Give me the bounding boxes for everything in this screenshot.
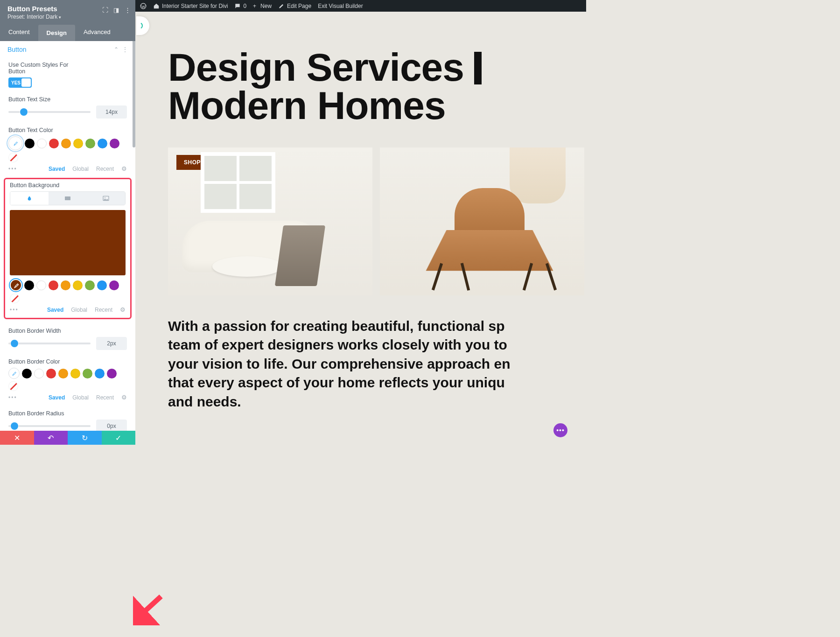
- body-paragraph: With a passion for creating beautiful, f…: [168, 317, 586, 412]
- visual-builder-toggle[interactable]: [136, 16, 149, 35]
- swatch-black[interactable]: [22, 369, 32, 378]
- border-color-palette: [8, 368, 127, 391]
- wp-logo-icon[interactable]: [140, 3, 147, 9]
- swatch-green[interactable]: [85, 280, 95, 290]
- palette-saved[interactable]: Saved: [49, 166, 65, 172]
- palette-global[interactable]: Global: [72, 394, 89, 401]
- expand-icon[interactable]: ⛶: [101, 6, 109, 14]
- dock-icon[interactable]: ◨: [112, 6, 120, 14]
- use-custom-label: Use Custom Styles For Button: [8, 62, 69, 75]
- swatch-none[interactable]: [8, 153, 18, 162]
- bg-type-tabs: [10, 191, 126, 205]
- palette-recent[interactable]: Recent: [95, 307, 112, 313]
- border-radius-label: Button Border Radius: [8, 410, 127, 417]
- tab-design[interactable]: Design: [38, 25, 75, 41]
- wp-edit-page[interactable]: Edit Page: [278, 3, 311, 9]
- swatch-white[interactable]: [36, 280, 46, 290]
- palette-recent[interactable]: Recent: [96, 394, 114, 401]
- wp-site-link[interactable]: Interior Starter Site for Divi: [153, 3, 228, 9]
- swatch-red[interactable]: [49, 139, 59, 148]
- sidebar-body: Button ⌃ ⋮ Use Custom Styles For Button …: [0, 41, 135, 445]
- swatch-red[interactable]: [49, 280, 58, 290]
- more-icon[interactable]: ⋮: [123, 6, 132, 14]
- swatch-purple[interactable]: [107, 369, 117, 378]
- action-bar: ✕ ↶ ↻ ✓: [0, 431, 135, 445]
- tab-content[interactable]: Content: [0, 24, 38, 41]
- wp-comments[interactable]: 0: [234, 3, 246, 9]
- bg-label: Button Background: [10, 182, 126, 189]
- swatch-none[interactable]: [8, 381, 18, 391]
- bg-tab-gradient[interactable]: [49, 192, 87, 205]
- swatch-yellow[interactable]: [73, 280, 83, 290]
- sidebar-header: Button Presets Preset: Interior Dark ⛶ ◨…: [0, 0, 135, 24]
- more-dots[interactable]: •••: [8, 166, 17, 172]
- palette-settings-icon[interactable]: ⚙: [121, 394, 127, 401]
- undo-button[interactable]: ↶: [34, 431, 68, 445]
- text-size-slider[interactable]: [8, 111, 91, 113]
- swatch-purple[interactable]: [109, 280, 119, 290]
- tab-advanced[interactable]: Advanced: [75, 24, 119, 41]
- hero-image-1: SHOP ONLINE: [168, 147, 372, 295]
- svg-point-2: [105, 197, 105, 198]
- button-background-highlight: Button Background: [4, 178, 132, 319]
- swatch-green[interactable]: [85, 139, 95, 148]
- palette-saved[interactable]: Saved: [47, 307, 63, 313]
- swatch-blue[interactable]: [95, 369, 105, 378]
- image-row: SHOP ONLINE: [168, 147, 586, 295]
- swatch-orange[interactable]: [58, 369, 68, 378]
- swatch-orange[interactable]: [61, 139, 71, 148]
- border-width-slider[interactable]: [8, 343, 91, 344]
- wp-exit-builder[interactable]: Exit Visual Builder: [318, 3, 363, 9]
- swatch-black[interactable]: [25, 139, 35, 148]
- more-dots[interactable]: •••: [8, 394, 17, 401]
- hero-heading: Design Services Modern Homes: [168, 48, 586, 125]
- swatch-white[interactable]: [34, 369, 44, 378]
- builder-fab[interactable]: •••: [553, 423, 567, 437]
- swatch-none[interactable]: [10, 294, 20, 303]
- border-radius-slider[interactable]: [8, 425, 91, 427]
- more-dots[interactable]: •••: [10, 307, 19, 313]
- svg-rect-0: [65, 196, 70, 200]
- preset-dropdown[interactable]: Preset: Interior Dark: [7, 14, 128, 20]
- swatch-selected-brown[interactable]: [10, 279, 22, 291]
- wp-new[interactable]: +New: [253, 3, 272, 9]
- hero-image-2: [380, 147, 584, 295]
- section-more-icon[interactable]: ⋮: [122, 46, 128, 53]
- text-size-value[interactable]: 14px: [96, 105, 127, 119]
- swatch-blue[interactable]: [97, 280, 107, 290]
- swatch-black[interactable]: [24, 280, 34, 290]
- save-button[interactable]: ✓: [102, 431, 136, 445]
- swatch-blue[interactable]: [98, 139, 107, 148]
- palette-settings-icon[interactable]: ⚙: [121, 165, 127, 172]
- palette-recent[interactable]: Recent: [96, 166, 114, 172]
- bg-tab-color[interactable]: [10, 192, 49, 205]
- swatch-red[interactable]: [46, 369, 56, 378]
- text-color-label: Button Text Color: [8, 127, 127, 133]
- palette-settings-icon[interactable]: ⚙: [120, 306, 126, 313]
- swatch-white[interactable]: [37, 139, 47, 148]
- text-size-label: Button Text Size: [8, 96, 127, 103]
- text-color-palette: [8, 136, 127, 162]
- collapse-icon[interactable]: ⌃: [114, 46, 119, 53]
- palette-saved[interactable]: Saved: [49, 394, 65, 401]
- border-width-value[interactable]: 2px: [96, 337, 127, 350]
- bg-color-palette: [10, 279, 126, 303]
- color-picker-icon[interactable]: [8, 136, 22, 150]
- bg-tab-image[interactable]: [87, 192, 125, 205]
- border-width-label: Button Border Width: [8, 328, 127, 334]
- discard-button[interactable]: ✕: [0, 431, 34, 445]
- palette-global[interactable]: Global: [72, 166, 89, 172]
- sidebar-tabs: Content Design Advanced: [0, 24, 135, 41]
- bg-preview[interactable]: [10, 210, 126, 275]
- section-title[interactable]: Button: [7, 46, 26, 53]
- color-picker-icon[interactable]: [8, 368, 20, 379]
- swatch-purple[interactable]: [110, 139, 119, 148]
- swatch-yellow[interactable]: [73, 139, 83, 148]
- swatch-yellow[interactable]: [70, 369, 80, 378]
- redo-button[interactable]: ↻: [68, 431, 102, 445]
- use-custom-toggle[interactable]: YES: [8, 77, 32, 88]
- palette-global[interactable]: Global: [71, 307, 87, 313]
- swatch-green[interactable]: [83, 369, 92, 378]
- swatch-orange[interactable]: [61, 280, 70, 290]
- settings-sidebar: Button Presets Preset: Interior Dark ⛶ ◨…: [0, 0, 135, 445]
